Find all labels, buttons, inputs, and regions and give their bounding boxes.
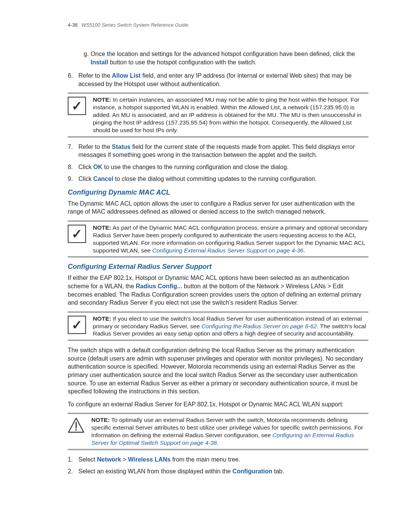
heading-external-radius: Configuring External Radius Server Suppo… (68, 263, 368, 271)
step-8: 8. Click OK to use the changes to the ru… (68, 163, 368, 171)
step-content: Click Cancel to close the dialog without… (78, 175, 368, 183)
note-local-radius: ✓ NOTE: If you elect to use the switch's… (68, 312, 368, 341)
step-number: 9. (68, 175, 78, 183)
substep-letter: g. (84, 50, 91, 66)
menu-wireless-lans: Wireless LANs (128, 456, 170, 463)
step-number: 1. (68, 455, 78, 464)
step-1-select-network: 1. Select Network > Wireless LANs from t… (68, 455, 368, 464)
configuration-tab: Configuration (233, 468, 272, 474)
note-text: NOTE: In certain instances, an associate… (93, 96, 368, 134)
warning-icon (68, 417, 84, 434)
check-icon: ✓ (68, 225, 86, 243)
note-text: NOTE: To optimally use an external Radiu… (91, 416, 368, 446)
install-button-label: Install (91, 59, 108, 66)
step-number: 7. (68, 143, 78, 159)
step-content: Select Network > Wireless LANs from the … (78, 455, 368, 464)
note-text: NOTE: As part of the Dynamic MAC ACL con… (93, 224, 368, 254)
step-2-select-wlan: 2. Select an existing WLAN from those di… (68, 467, 368, 476)
substep-text: Once the location and settings for the a… (91, 50, 368, 66)
doc-title: WS5100 Series Switch System Reference Gu… (81, 22, 188, 28)
note-text: NOTE: If you elect to use the switch's l… (93, 315, 368, 337)
svg-point-2 (75, 429, 77, 431)
note-dynamic-mac-acl: ✓ NOTE: As part of the Dynamic MAC ACL c… (68, 220, 368, 257)
step-content: Refer to the Status field for the curren… (78, 143, 368, 159)
menu-network: Network (97, 456, 121, 463)
para-external-radius-intro: If either the EAP 802.1x, Hotspot or Dyn… (68, 274, 368, 307)
substep-g: g. Once the location and settings for th… (84, 50, 368, 66)
para-default-config: The switch ships with a default configur… (68, 346, 368, 396)
heading-dynamic-mac-acl: Configuring Dynamic MAC ACL (68, 189, 368, 197)
step-content: Click OK to use the changes to the runni… (78, 163, 368, 171)
page-number: 4-36 (68, 22, 78, 28)
link-configuring-external-radius[interactable]: Configuring External Radius Server Suppo… (152, 247, 303, 254)
para-configure-external: To configure an external Radius Server f… (68, 400, 368, 409)
ok-button-label: OK (93, 164, 102, 170)
allow-list-field: Allow List (112, 72, 141, 79)
step-content: Select an existing WLAN from those displ… (78, 467, 368, 476)
note-external-radius-optimal: NOTE: To optimally use an external Radiu… (68, 413, 368, 450)
para-dynamic-mac-acl: The Dynamic MAC ACL option allows the us… (68, 200, 368, 216)
radius-config-button-label: Radius Config... (136, 283, 182, 289)
step-number: 8. (68, 163, 78, 171)
check-icon: ✓ (68, 97, 86, 115)
step-9: 9. Click Cancel to close the dialog with… (68, 175, 368, 183)
step-number: 6. (68, 72, 78, 88)
link-configuring-radius-server[interactable]: Configuring the Radius Server on page 6-… (201, 323, 317, 329)
cancel-button-label: Cancel (93, 176, 113, 182)
step-7: 7. Refer to the Status field for the cur… (68, 143, 368, 159)
check-icon: ✓ (68, 316, 86, 334)
status-field: Status (112, 144, 131, 150)
step-6: 6. Refer to the Allow List field, and en… (68, 72, 368, 88)
page-header: 4-36 WS5100 Series Switch System Referen… (68, 22, 368, 28)
document-page: 4-36 WS5100 Series Switch System Referen… (0, 0, 411, 532)
step-number: 2. (68, 467, 78, 476)
step-content: Refer to the Allow List field, and enter… (78, 72, 368, 88)
note-allowed-list: ✓ NOTE: In certain instances, an associa… (68, 93, 368, 137)
